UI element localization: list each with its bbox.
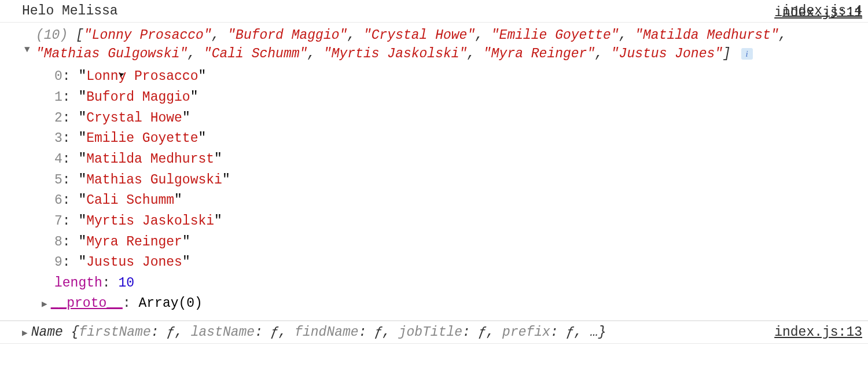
array-index-value: Emilie Goyette	[78, 131, 206, 146]
array-index-value: Cali Schumm	[78, 193, 182, 208]
comma: ,	[475, 28, 491, 43]
array-index-value: Justus Jones	[78, 255, 190, 270]
array-index-line: 2: Crystal Howe	[54, 108, 851, 129]
comma: ,	[619, 28, 635, 43]
array-index-key: 5	[54, 173, 62, 188]
array-index-line: 5: Mathias Gulgowski	[54, 170, 851, 191]
comma: ,	[467, 46, 483, 61]
object-prop-key: jobTitle	[399, 325, 462, 340]
array-index-key: 7	[54, 214, 62, 229]
console-row-object: ▶Name {firstName: ƒ, lastName: ƒ, findNa…	[0, 321, 868, 344]
array-index-value: Crystal Howe	[78, 111, 190, 126]
array-index-line: 1: Buford Maggio	[54, 87, 851, 108]
array-index-line: 0: Lonny Prosacco	[54, 67, 851, 87]
array-index-line: 4: Matilda Medhurst	[54, 149, 851, 170]
array-index-line: 6: Cali Schumm	[54, 190, 851, 211]
object-prop-key: findName	[295, 325, 358, 340]
array-index-value: Lonny Prosacco	[78, 69, 206, 84]
close-bracket: ]	[723, 46, 731, 61]
open-bracket: [	[76, 28, 84, 43]
object-prop-value: ƒ	[374, 325, 382, 340]
array-index-key: 6	[54, 193, 62, 208]
console-row-array: index.js:11 ▼ (10) ["Lonny Prosacco", "B…	[0, 23, 868, 321]
proto-value: Array(0)	[138, 296, 202, 311]
array-index-line: 7: Myrtis Jaskolski	[54, 211, 851, 232]
object-prop-value: ƒ	[567, 325, 575, 340]
comma: ,	[187, 46, 204, 61]
array-index-line: 3: Emilie Goyette	[54, 129, 851, 149]
object-prop-value: ƒ	[271, 325, 279, 340]
array-preview-item: "Mathias Gulgowski"	[36, 46, 187, 61]
source-link-3[interactable]: index.js:13	[774, 325, 862, 340]
source-link-2[interactable]: index.js:11	[774, 5, 862, 20]
array-index-key: 8	[54, 234, 62, 249]
array-preview-item: "Myrtis Jaskolski"	[323, 46, 467, 61]
proto-key: __proto__	[51, 296, 123, 311]
comma: ,	[212, 28, 228, 43]
brace-close: , …}	[574, 325, 606, 340]
array-index-value: Myrtis Jaskolski	[78, 214, 222, 229]
array-index-key: 0	[54, 69, 62, 84]
array-length-line: length: 10	[22, 273, 851, 294]
array-preview-item: "Cali Schumm"	[204, 46, 307, 61]
array-preview-item: "Lonny Prosacco"	[84, 28, 212, 43]
array-preview-item: "Justus Jones"	[611, 46, 723, 61]
array-index-key: 4	[54, 152, 62, 167]
array-index-key: 1	[54, 90, 62, 105]
console-row-log: Helo Melissa index.js:4	[0, 0, 868, 23]
array-preview-item: "Myra Reinger"	[483, 46, 595, 61]
comma: ,	[595, 46, 611, 61]
length-value: 10	[118, 276, 134, 291]
array-index-value: Myra Reinger	[78, 234, 190, 249]
object-name: Name	[31, 325, 63, 340]
array-index-value: Mathias Gulgowski	[78, 173, 230, 188]
array-index-key: 9	[54, 255, 62, 270]
length-key: length	[54, 276, 102, 291]
array-index-value: Matilda Medhurst	[78, 152, 222, 167]
array-preview[interactable]: (10) ["Lonny Prosacco", "Buford Maggio",…	[22, 26, 851, 63]
array-index-key: 3	[54, 131, 62, 146]
array-preview-item: "Matilda Medhurst"	[635, 28, 778, 43]
object-prop-value: ƒ	[479, 325, 487, 340]
array-index-line: 9: Justus Jones	[54, 252, 851, 273]
object-prop-key: prefix	[502, 325, 550, 340]
array-preview-item: "Crystal Howe"	[363, 28, 475, 43]
info-icon[interactable]: i	[741, 48, 753, 60]
comma: ,	[347, 28, 363, 43]
disclosure-triangle-proto[interactable]: ▶	[42, 298, 47, 312]
comma: ,	[779, 28, 787, 43]
object-prop-value: ƒ	[167, 325, 175, 340]
comma: ,	[307, 46, 323, 61]
array-preview-item: "Emilie Goyette"	[491, 28, 619, 43]
array-proto-line[interactable]: ▶__proto__: Array(0)	[22, 293, 851, 314]
brace-open: {	[71, 325, 79, 340]
array-count: (10)	[36, 28, 68, 43]
array-index-key: 2	[54, 111, 62, 126]
log-message: Helo Melissa	[22, 3, 782, 19]
object-preview[interactable]: ▶Name {firstName: ƒ, lastName: ƒ, findNa…	[22, 325, 774, 340]
array-index-line: 8: Myra Reinger	[54, 232, 851, 253]
array-expanded: 0: Lonny Prosacco1: Buford Maggio2: Crys…	[22, 67, 851, 273]
object-prop-key: firstName	[79, 325, 150, 340]
disclosure-triangle-closed[interactable]: ▶	[22, 327, 28, 339]
object-prop-key: lastName	[191, 325, 255, 340]
array-index-value: Buford Maggio	[78, 90, 198, 105]
array-preview-item: "Buford Maggio"	[227, 28, 347, 43]
disclosure-triangle-open[interactable]: ▼	[24, 45, 30, 55]
